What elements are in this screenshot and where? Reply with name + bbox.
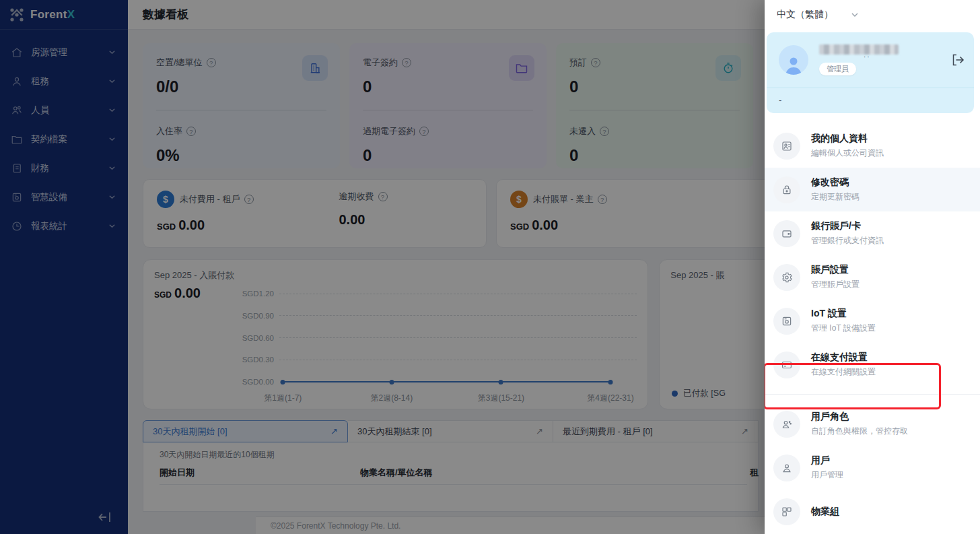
group-icon xyxy=(773,498,800,525)
chevron-down-icon xyxy=(851,11,859,19)
menu-title: IoT 設置 xyxy=(811,308,876,320)
menu-title: 用戶 xyxy=(811,455,843,467)
menu-title: 修改密碼 xyxy=(811,176,860,189)
language-label: 中文（繁體） xyxy=(777,9,833,21)
user-note: - xyxy=(767,88,974,113)
menu-subtitle: 在線支付網關設置 xyxy=(811,366,876,378)
user-icon xyxy=(773,455,800,481)
menu-title: 在線支付設置 xyxy=(811,352,876,364)
drawer-item-users[interactable]: 用戶 用戶管理 xyxy=(765,446,980,490)
menu-title: 我的個人資料 xyxy=(811,133,884,145)
user-name-redacted xyxy=(819,44,899,55)
menu-subtitle: 用戶管理 xyxy=(811,469,843,481)
drawer-menu: 我的個人資料 編輯個人或公司資訊 修改密碼 定期更新密碼 銀行賬戶/卡 xyxy=(765,124,980,533)
iot-device-icon xyxy=(773,308,800,335)
drawer-item-property-group[interactable]: 物業組 xyxy=(765,490,980,533)
gear-icon xyxy=(773,264,800,291)
account-settings-drawer: 中文（繁體） ·· 管理員 - xyxy=(765,0,980,534)
wallet-icon xyxy=(773,220,800,247)
role-badge: 管理員 xyxy=(819,63,856,75)
drawer-item-user-roles[interactable]: 用戶角色 自訂角色與權限，管控存取 xyxy=(765,402,980,446)
menu-subtitle: 編輯個人或公司資訊 xyxy=(811,147,884,159)
menu-subtitle: 定期更新密碼 xyxy=(811,191,860,203)
menu-title: 銀行賬戶/卡 xyxy=(811,220,884,232)
drawer-item-online-payment-settings[interactable]: 在線支付設置 在線支付網關設置 xyxy=(765,343,980,387)
menu-subtitle: 管理賬戶設置 xyxy=(811,279,860,290)
user-card: ·· 管理員 - xyxy=(767,32,974,113)
menu-subtitle: 管理銀行或支付資訊 xyxy=(811,235,884,246)
drawer-item-bank-accounts[interactable]: 銀行賬戶/卡 管理銀行或支付資訊 xyxy=(765,211,980,255)
menu-title: 用戶角色 xyxy=(811,411,908,423)
app-root: ForentX 房源管理 租務 人員 契約檔案 xyxy=(0,0,980,534)
language-selector[interactable]: 中文（繁體） xyxy=(765,0,980,21)
avatar xyxy=(779,45,808,75)
credit-card-icon xyxy=(773,352,800,378)
logout-icon[interactable] xyxy=(951,53,965,67)
profile-card-icon xyxy=(773,133,800,160)
drawer-item-my-profile[interactable]: 我的個人資料 編輯個人或公司資訊 xyxy=(765,124,980,168)
menu-title: 賬戶設置 xyxy=(811,264,860,276)
divider xyxy=(765,394,980,395)
lock-icon xyxy=(773,176,800,203)
user-role-icon xyxy=(773,411,800,438)
menu-subtitle: 自訂角色與權限，管控存取 xyxy=(811,426,908,437)
drawer-item-change-password[interactable]: 修改密碼 定期更新密碼 xyxy=(765,168,980,211)
menu-title: 物業組 xyxy=(811,506,839,518)
menu-subtitle: 管理 IoT 設備設置 xyxy=(811,323,876,334)
drawer-item-account-settings[interactable]: 賬戶設置 管理賬戶設置 xyxy=(765,255,980,299)
drawer-item-iot-settings[interactable]: IoT 設置 管理 IoT 設備設置 xyxy=(765,299,980,343)
